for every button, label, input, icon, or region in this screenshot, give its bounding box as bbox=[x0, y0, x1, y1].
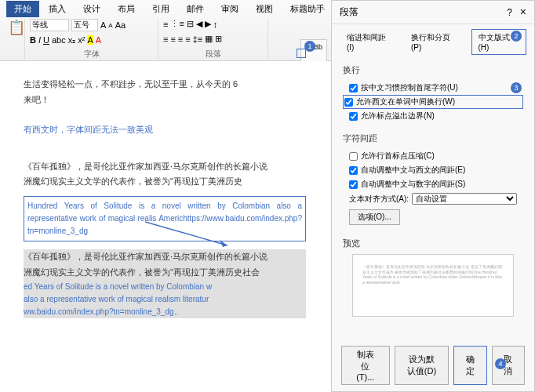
ok-button[interactable]: 确定 bbox=[453, 346, 486, 385]
align-label: 文本对齐方式(A): bbox=[349, 194, 409, 205]
preview-section: 预览 《百年孤独》是哥伦比亚作家加西亚·马尔克斯创作的长篇小说 是拉丁美洲魔幻现… bbox=[332, 233, 534, 326]
callout-badge-3: 3 bbox=[511, 82, 522, 93]
paste-icon[interactable]: 📋 bbox=[8, 19, 25, 36]
multilevel-icon[interactable]: ⊟ bbox=[187, 19, 194, 29]
clear-format-icon[interactable]: Aa bbox=[115, 20, 126, 30]
indent-left-icon[interactable]: ◀ bbox=[196, 19, 202, 29]
checkbox[interactable] bbox=[344, 98, 353, 107]
tab-layout[interactable]: 布局 bbox=[110, 1, 143, 17]
italic-icon[interactable]: I bbox=[38, 35, 41, 45]
shrink-font-icon[interactable]: A bbox=[108, 22, 112, 29]
tabstop-button[interactable]: 制表位(T)... bbox=[341, 346, 390, 385]
font-group: 等线 五号 A A Aa B I U abc x₂ x² A A 字体 bbox=[25, 19, 158, 60]
grow-font-icon[interactable]: A bbox=[100, 20, 106, 30]
wrap-section: 换行 按中文习惯控制首尾字符(U) 允许西文在单词中间换行(W) 3 允许标点溢… bbox=[332, 60, 534, 128]
sort-icon[interactable]: ↕ bbox=[213, 20, 218, 29]
chk-compress[interactable]: 允许行首标点压缩(C) bbox=[343, 149, 523, 163]
tab-view[interactable]: 视图 bbox=[248, 1, 281, 17]
dialog-title: 段落 bbox=[340, 5, 358, 19]
para-launcher[interactable] bbox=[297, 49, 306, 58]
section-title: 预览 bbox=[343, 238, 523, 249]
chk-cn-num-space[interactable]: 自动调整中文与数字的间距(S) bbox=[343, 177, 523, 191]
paragraph-text: 《百年孤独》，是哥伦比亚作家加西亚·马尔克斯创作的长篇小说洲魔幻现实主义文学的代… bbox=[24, 159, 306, 191]
checkbox[interactable] bbox=[349, 166, 358, 175]
annotation-callout: 有西文时，字体间距无法一致美观 bbox=[24, 124, 306, 136]
callout-badge-4: 4 bbox=[495, 358, 506, 369]
tab-title-helper[interactable]: 标题助手 bbox=[282, 1, 333, 17]
underline-icon[interactable]: U bbox=[43, 35, 49, 45]
checkbox[interactable] bbox=[349, 152, 358, 161]
tab-insert[interactable]: 插入 bbox=[41, 1, 74, 17]
chk-punct-overflow[interactable]: 允许标点溢出边界(N) bbox=[343, 109, 523, 123]
font-select[interactable]: 等线 bbox=[30, 19, 69, 31]
chk-latin-wrap[interactable]: 允许西文在单词中间换行(W) bbox=[343, 95, 523, 109]
font-color-icon[interactable]: A bbox=[96, 35, 101, 45]
dialog-titlebar: 段落 ?× bbox=[332, 1, 534, 24]
dialog-tabs: 缩进和间距(I) 换行和分页(P) 中文版式(H) bbox=[332, 24, 534, 60]
para-group-label: 段落 bbox=[163, 49, 263, 60]
sup-icon[interactable]: x² bbox=[78, 35, 85, 45]
highlight-icon[interactable]: A bbox=[87, 35, 93, 45]
spacing-section: 字符间距 允许行首标点压缩(C) 自动调整中文与西文的间距(E) 自动调整中文与… bbox=[332, 128, 534, 233]
arrow-icon bbox=[141, 218, 235, 249]
bold-icon[interactable]: B bbox=[30, 35, 36, 45]
document-canvas[interactable]: 生活变得轻松一点，不积跬步，无以至千里，从今天的 6来吧！ 有西文时，字体间距无… bbox=[0, 61, 329, 392]
align-center-icon[interactable]: ≡ bbox=[170, 34, 175, 44]
sub-icon[interactable]: x₂ bbox=[68, 35, 76, 45]
paragraph-dialog: 段落 ?× 缩进和间距(I) 换行和分页(P) 中文版式(H) 2 换行 按中文… bbox=[331, 0, 535, 392]
chk-cn-en-space[interactable]: 自动调整中文与西文的间距(E) bbox=[343, 163, 523, 177]
text-align-row: 文本对齐方式(A): 自动设置 bbox=[343, 191, 523, 206]
clipboard-group: 📋 bbox=[3, 19, 25, 60]
callout-badge-2: 2 bbox=[511, 31, 522, 42]
default-button[interactable]: 设为默认值(D) bbox=[395, 346, 449, 385]
tab-mail[interactable]: 邮件 bbox=[179, 1, 212, 17]
align-select[interactable]: 自动设置 bbox=[412, 193, 517, 205]
tab-linebreak[interactable]: 换行和分页(P) bbox=[404, 29, 467, 55]
options-button[interactable]: 选项(O)... bbox=[349, 209, 400, 225]
chk-chinese-wrap[interactable]: 按中文习惯控制首尾字符(U) bbox=[343, 81, 523, 95]
align-right-icon[interactable]: ≡ bbox=[178, 34, 183, 44]
checkbox[interactable] bbox=[349, 180, 358, 189]
section-title: 换行 bbox=[343, 64, 523, 76]
indent-right-icon[interactable]: ▶ bbox=[205, 19, 211, 29]
align-left-icon[interactable]: ≡ bbox=[163, 34, 168, 44]
selected-paragraph: 《百年孤独》，是哥伦比亚作家加西亚·马尔克斯创作的长篇小说洲魔幻现实主义文学的代… bbox=[24, 249, 306, 318]
size-select[interactable]: 五号 bbox=[71, 19, 98, 31]
strike-icon[interactable]: abc bbox=[52, 35, 66, 45]
paragraph-text: 生活变得轻松一点，不积跬步，无以至千里，从今天的 6来吧！ bbox=[24, 77, 306, 108]
tab-home[interactable]: 开始 bbox=[6, 1, 39, 17]
tab-indent[interactable]: 缩进和间距(I) bbox=[340, 29, 399, 55]
help-icon[interactable]: ? bbox=[507, 7, 512, 18]
shading-icon[interactable]: ▦ bbox=[205, 34, 213, 44]
preview-box: 《百年孤独》是哥伦比亚作家加西亚·马尔克斯创作的长篇小说 是拉丁美洲魔幻现实主义… bbox=[352, 254, 514, 317]
font-group-label: 字体 bbox=[30, 49, 153, 60]
tab-references[interactable]: 引用 bbox=[144, 1, 177, 17]
justify-icon[interactable]: ≡ bbox=[185, 34, 190, 44]
english-text: ed Years of Solitude is a novel written … bbox=[24, 281, 306, 318]
borders-icon[interactable]: ⊞ bbox=[215, 34, 222, 44]
checkbox[interactable] bbox=[349, 112, 358, 121]
callout-badge-1: 1 bbox=[304, 41, 315, 52]
svg-line-0 bbox=[145, 222, 227, 245]
section-title: 字符间距 bbox=[343, 132, 523, 144]
close-icon[interactable]: × bbox=[520, 5, 526, 18]
numbering-icon[interactable]: ⋮≡ bbox=[170, 19, 184, 29]
line-spacing-icon[interactable]: ‡≡ bbox=[193, 34, 203, 44]
tab-review[interactable]: 审阅 bbox=[213, 1, 246, 17]
paragraph-group: ≡ ⋮≡ ⊟ ◀ ▶ ↕ ≡ ≡ ≡ ≡ ‡≡ ▦ ⊞ 段落 bbox=[158, 19, 268, 60]
tab-design[interactable]: 设计 bbox=[75, 1, 108, 17]
bullets-icon[interactable]: ≡ bbox=[163, 20, 168, 29]
checkbox[interactable] bbox=[349, 84, 358, 93]
